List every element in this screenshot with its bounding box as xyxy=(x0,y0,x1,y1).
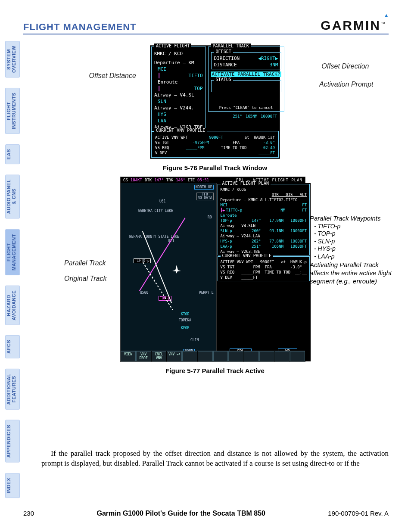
fpl-vnv-row: V DEV _____FT xyxy=(219,275,308,280)
softkey[interactable]: VIEW xyxy=(121,351,136,361)
af-departure: Departure – KM xyxy=(153,59,205,66)
ptw-item: - HYS-p xyxy=(314,245,398,253)
pt-cancel-hint: Press "CLEAR" to cancel xyxy=(209,105,283,110)
fpl-row: HYS-p262°77.8NM10000FT xyxy=(219,239,308,244)
side-tab[interactable]: APPENDICES xyxy=(5,420,20,463)
af-laa: LAA xyxy=(153,118,205,124)
vnv-title: CURRENT VNV PROFILE xyxy=(154,128,207,133)
mfd-display: GS184KT DTK147° TRK146° ETE05:51 FPL – A… xyxy=(120,177,305,362)
af-hys: HYS xyxy=(153,111,205,118)
body-paragraph: If the parallel track proposed by the of… xyxy=(41,449,389,469)
fpl-row: TOP-p147°17.9NM10000FT xyxy=(219,218,308,223)
pt-direction-value[interactable]: ◀RIGHT▶ xyxy=(258,56,278,61)
pt-activate-button[interactable]: ACTIVATE PARALLEL TRACK? xyxy=(211,72,281,77)
page-footer: 230 Garmin G1000 Pilot's Guide for the S… xyxy=(23,510,389,517)
softkey[interactable]: VNV ⮐ xyxy=(167,351,182,361)
pt-offset-title: OFFSET xyxy=(214,49,233,54)
softkey[interactable] xyxy=(244,351,259,361)
svg-marker-0 xyxy=(172,265,181,274)
side-tab[interactable]: INDEX xyxy=(5,473,20,498)
af-airway2: Airway – V244. xyxy=(153,105,205,111)
mfd-flight-plan[interactable]: ACTIVE FLIGHT PLAN KMKC / KCOS DTK DIS A… xyxy=(217,183,311,361)
fpl-row: LAA-p251°166NM10000FT xyxy=(219,244,308,249)
af-leg: Enroute xyxy=(153,79,205,85)
side-tab[interactable]: FLIGHT MANAGEMENT xyxy=(5,229,20,275)
section-title: FLIGHT MANAGEMENT xyxy=(23,22,137,33)
af-sln: SLN xyxy=(153,98,205,105)
ptw-item: - TOP-p xyxy=(314,230,398,238)
pt-distance-label: DISTANCE xyxy=(214,62,237,68)
side-tab[interactable]: SYSTEM OVERVIEW xyxy=(5,41,20,78)
fpl-row: Airway – V4.SLN xyxy=(219,223,308,228)
fpl-row: SLN-p260°93.1NM10000FT xyxy=(219,228,308,233)
g1000-window: ACTIVE FLIGHT KMKC / KCO Departure – KM … xyxy=(150,45,280,159)
callout-original-track: Original Track xyxy=(64,275,106,283)
softkey[interactable]: CNCL VNV xyxy=(152,351,167,361)
figure-2-wrap: Parallel Track Original Track Parallel T… xyxy=(81,177,349,374)
mfd-map[interactable]: NORTH UP TFRNO DATA SABETHA CITY LAKE NE… xyxy=(121,183,217,361)
softkey[interactable] xyxy=(213,351,228,361)
figure-1-caption: Figure 5-76 Parallel Track Window xyxy=(93,164,337,171)
fpl-row: MCI_____FT xyxy=(219,202,308,208)
softkey[interactable] xyxy=(182,351,197,361)
figure-1-wrap: Offset Distance Offset Direction Activat… xyxy=(93,45,337,171)
fpl-row: Airway – V244.LAA xyxy=(219,233,308,239)
softkey-bar: VIEWVNV PROFCNCL VNVVNV ⮐ xyxy=(121,351,305,361)
footer-title: Garmin G1000 Pilot's Guide for the Socat… xyxy=(97,510,265,517)
side-tab[interactable]: FLIGHT INSTRUMENTS xyxy=(5,88,20,134)
ownship-icon xyxy=(172,265,181,274)
page-header: FLIGHT MANAGEMENT GARMIN™ xyxy=(23,18,389,34)
af-laa-brg: 251° xyxy=(233,114,242,118)
pt-title: PARALLEL TRACK xyxy=(211,44,251,48)
af-route: KMKC / KCO xyxy=(153,50,205,57)
ptw-item: - SLN-p xyxy=(314,238,398,246)
softkey[interactable] xyxy=(259,351,274,361)
page-number: 230 xyxy=(23,510,34,517)
brand-logo: GARMIN™ xyxy=(321,18,389,33)
af-leg: ┃ TIFTO xyxy=(153,72,205,79)
pt-distance-value[interactable]: 3NM xyxy=(270,62,278,68)
callout-activation-prompt: Activation Prompt xyxy=(319,81,373,88)
pt-direction-label: DIRECTION xyxy=(214,56,240,61)
side-tab[interactable]: AUDIO PANEL & CNS xyxy=(5,174,20,218)
figure-2-caption: Figure 5-77 Parallel Track Active xyxy=(81,367,349,374)
callout-offset-distance: Offset Distance xyxy=(89,72,136,80)
af-airway1: Airway – V4.SL xyxy=(153,92,205,98)
fpl-vnv-row: ACTIVE VNV WPT 9000FT at HABUK-p xyxy=(219,259,308,264)
callout-offset-direction: Offset Direction xyxy=(321,62,369,70)
ptw-item: - LAA-p xyxy=(314,253,398,261)
fpl-row: Enroute xyxy=(219,213,308,218)
fpl-vnv-row: VS TGT _____FPM FPA -3.0° xyxy=(219,264,308,270)
callout-parallel-track: Parallel Track xyxy=(64,259,106,267)
mfd-header: GS184KT DTK147° TRK146° ETE05:51 FPL – A… xyxy=(121,177,305,184)
softkey[interactable] xyxy=(290,351,305,361)
fpl-vnv-row: VS REQ _____FPM TIME TO TOD __:__ xyxy=(219,270,308,275)
side-tab[interactable]: AFCS xyxy=(5,335,20,358)
af-laa-alt: 10000FT xyxy=(261,114,277,118)
active-flight-title: ACTIVE FLIGHT xyxy=(154,44,191,48)
side-tab[interactable]: ADDITIONAL FEATURES xyxy=(5,369,20,410)
ptw-item: - TIFTO-p xyxy=(314,223,398,230)
side-tab[interactable]: HAZARD AVOIDANCE xyxy=(5,286,20,325)
side-nav: SYSTEM OVERVIEWFLIGHT INSTRUMENTSEASAUDI… xyxy=(5,41,20,498)
fpl-vnv-title: CURRENT VNV PROFILE xyxy=(221,253,273,258)
footer-rev: 190-00709-01 Rev. A xyxy=(328,510,389,517)
side-tab[interactable]: EAS xyxy=(5,144,20,164)
pt-status-title: STATUS xyxy=(214,77,233,82)
af-leg: MCI xyxy=(153,66,205,72)
softkey[interactable] xyxy=(198,351,213,361)
softkey[interactable] xyxy=(228,351,243,361)
fpl-row: ┣▶ TIFTO-pNMFT xyxy=(219,208,308,213)
map-north-up: NORTH UP xyxy=(194,185,214,190)
callout-pt-waypoints: Parallel Track Waypoints - TIFTO-p- TOP-… xyxy=(310,215,398,286)
softkey[interactable]: VNV PROF xyxy=(136,351,151,361)
af-laa-dis: 165NM xyxy=(246,114,257,118)
af-leg: ┃ TOP xyxy=(153,85,205,92)
fpl-title: ACTIVE FLIGHT PLAN xyxy=(221,181,271,186)
page-content: Offset Distance Offset Direction Activat… xyxy=(41,41,389,380)
softkey[interactable] xyxy=(275,351,290,361)
